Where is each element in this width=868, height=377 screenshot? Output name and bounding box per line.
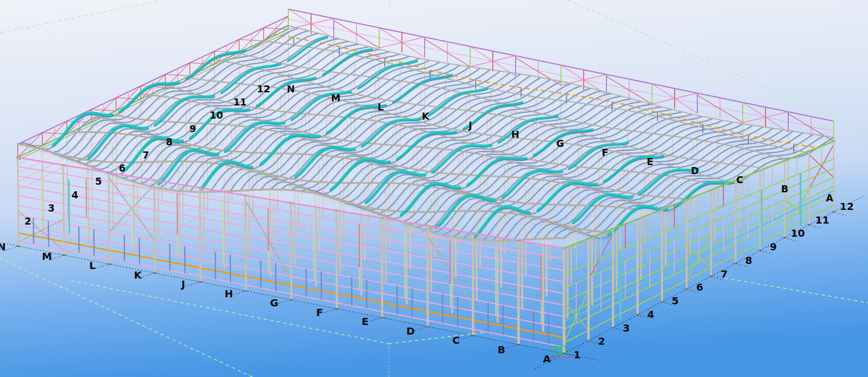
grid-label-number-far: 10 (210, 110, 223, 121)
grid-label-number-far: 5 (95, 176, 101, 187)
grid-label-number-far: 7 (142, 149, 149, 160)
grid-label-letter-roof: L (378, 101, 384, 113)
grid-label-number-far: 12 (257, 83, 270, 94)
grid-label-letter-roof: J (468, 120, 472, 131)
grid-label-letter-ground: L (89, 259, 96, 272)
grid-label-letter-roof: A (826, 192, 833, 203)
grid-label-letter-ground: B (497, 344, 505, 356)
grid-label-letter-ground: N (0, 241, 6, 253)
grid-label-number-ground: 9 (770, 241, 777, 253)
grid-label-letter-ground: C (452, 334, 460, 346)
grid-label-letter-ground: K (134, 269, 142, 281)
grid-label-number-ground: 5 (672, 295, 679, 307)
grid-label-letter-ground: G (270, 297, 278, 309)
grid-label-letter-roof: H (512, 129, 520, 140)
grid-label-number-ground: 8 (745, 254, 752, 266)
grid-label-letter-ground: A (543, 353, 551, 365)
grid-label-letter-ground: J (180, 278, 185, 290)
grid-label-number-ground: 11 (815, 214, 830, 226)
grid-label-letter-roof: M (331, 92, 340, 103)
grid-label-number-ground: 1 (574, 349, 581, 361)
grid-label-letter-roof: D (691, 165, 699, 176)
grid-label-letter-roof: C (736, 174, 743, 185)
grid-label-letter-roof: E (647, 156, 653, 167)
grid-label-number-far: 9 (189, 123, 196, 134)
grid-label-number-ground: 6 (696, 281, 703, 293)
grid-label-number-far: 8 (166, 136, 173, 147)
grid-label-letter-ground: H (225, 288, 233, 300)
grid-label-letter-ground: E (362, 315, 369, 328)
grid-label-number-far: 2 (24, 216, 31, 227)
grid-label-number-ground: 4 (647, 308, 654, 320)
grid-label-number-ground: 7 (721, 268, 728, 280)
grid-label-number-ground: 2 (598, 335, 605, 347)
grid-label-number-far: 6 (119, 163, 125, 174)
grid-label-letter-roof: F (602, 147, 608, 158)
grid-label-letter-ground: M (42, 250, 52, 262)
grid-label-number-ground: 3 (623, 322, 630, 334)
grid-label-letter-roof: K (422, 111, 430, 122)
grid-label-number-far: 11 (233, 96, 246, 107)
grid-label-letter-roof: B (781, 183, 788, 194)
grid-label-letter-roof: N (287, 83, 295, 94)
grid-label-letter-roof: G (556, 138, 565, 149)
grid-label-number-far: 3 (48, 202, 55, 213)
grid-label-number-ground: 10 (791, 227, 805, 239)
structural-model-3d-view[interactable]: NMLKJHGFEDCBA123456789101112234567891011… (0, 0, 868, 377)
grid-label-number-ground: 12 (840, 200, 854, 212)
grid-label-letter-ground: F (316, 306, 323, 318)
grid-label-number-far: 4 (72, 189, 78, 200)
model-viewport[interactable]: NMLKJHGFEDCBA123456789101112234567891011… (0, 0, 868, 377)
grid-label-letter-ground: D (406, 325, 415, 337)
